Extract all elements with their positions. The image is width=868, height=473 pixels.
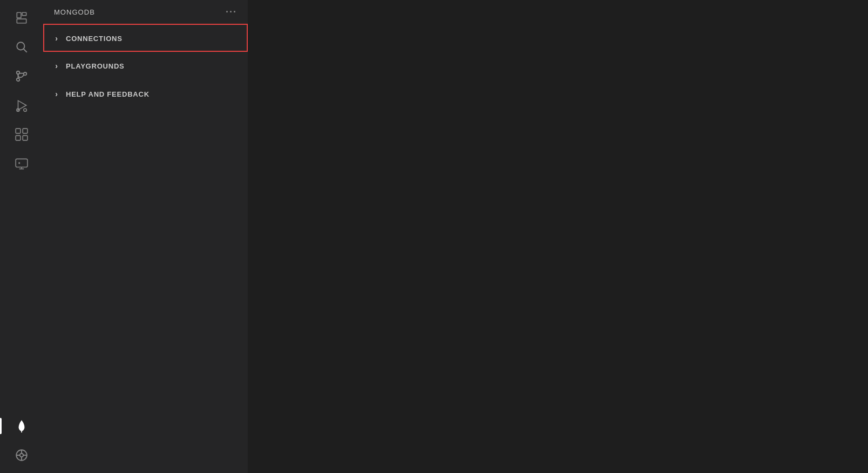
activity-item-search[interactable] — [8, 33, 35, 60]
side-panel: MONGODB ··· › CONNECTIONS › PLAYGROUNDS … — [43, 0, 248, 473]
panel-header: MONGODB ··· — [43, 0, 248, 24]
activity-item-run-debug[interactable] — [8, 92, 35, 119]
svg-line-4 — [24, 49, 27, 52]
chevron-right-icon: › — [52, 89, 62, 99]
svg-point-21 — [20, 454, 24, 457]
section-connections-label: CONNECTIONS — [66, 35, 123, 43]
svg-rect-1 — [17, 19, 26, 23]
svg-point-3 — [17, 42, 24, 50]
activity-item-remote[interactable] — [8, 150, 35, 177]
svg-point-19 — [18, 162, 20, 164]
section-help-feedback[interactable]: › HELP AND FEEDBACK — [43, 80, 248, 108]
section-connections[interactable]: › CONNECTIONS — [43, 24, 248, 52]
svg-rect-15 — [23, 136, 28, 140]
activity-item-mongodb[interactable] — [8, 413, 35, 440]
main-content — [248, 0, 868, 473]
panel-more-button[interactable]: ··· — [222, 5, 240, 19]
svg-rect-16 — [16, 159, 28, 167]
svg-rect-13 — [23, 129, 28, 133]
panel-title: MONGODB — [54, 8, 95, 16]
activity-item-source-control[interactable] — [8, 63, 35, 90]
svg-rect-12 — [16, 129, 21, 133]
activity-item-explorer[interactable] — [8, 4, 35, 31]
activity-item-extensions[interactable] — [8, 121, 35, 148]
section-playgrounds[interactable]: › PLAYGROUNDS — [43, 52, 248, 80]
section-playgrounds-label: PLAYGROUNDS — [66, 62, 125, 70]
chevron-right-icon: › — [52, 33, 62, 43]
svg-point-10 — [24, 109, 26, 111]
section-help-feedback-label: HELP AND FEEDBACK — [66, 90, 150, 98]
chevron-right-icon: › — [52, 61, 62, 71]
svg-rect-2 — [22, 12, 26, 15]
activity-item-git-bottom[interactable] — [8, 442, 35, 469]
activity-bar — [0, 0, 43, 473]
svg-rect-0 — [17, 12, 21, 18]
svg-rect-14 — [16, 136, 21, 140]
